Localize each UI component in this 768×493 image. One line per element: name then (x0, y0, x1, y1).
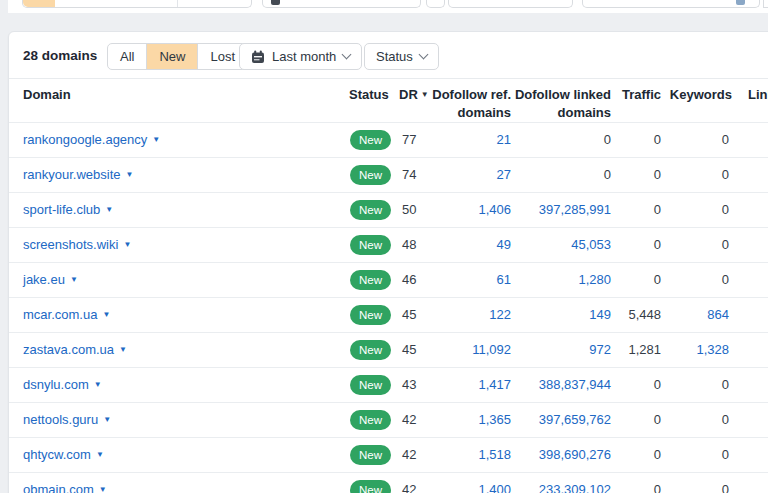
table-body: rankongoogle.agency▼ New 77 21 0 0 0 ran… (9, 122, 768, 493)
chevron-down-icon[interactable]: ▼ (126, 170, 134, 179)
cropped-toolbar-button[interactable] (262, 0, 421, 8)
status-badge: New (350, 445, 391, 465)
dofollow-linked-domains-value[interactable]: 397,659,762 (513, 403, 611, 437)
dr-value: 43 (402, 368, 416, 402)
dofollow-linked-domains-value[interactable]: 397,285,991 (513, 193, 611, 227)
chevron-down-icon[interactable]: ▼ (105, 205, 113, 214)
dofollow-ref-domains-link[interactable]: 49 (439, 228, 511, 262)
keywords-value[interactable]: 1,328 (673, 333, 729, 367)
table-row: jake.eu▼ New 46 61 1,280 0 0 (9, 262, 768, 297)
dofollow-ref-domains-link[interactable]: 122 (439, 298, 511, 332)
dofollow-linked-domains-value[interactable]: 1,280 (513, 263, 611, 297)
cropped-icon (271, 0, 280, 5)
column-header-dofollow-linked-domains[interactable]: Dofollow linked domains (514, 86, 611, 121)
dr-value: 42 (402, 438, 416, 472)
dofollow-linked-domains-value[interactable]: 972 (513, 333, 611, 367)
traffic-value: 0 (617, 158, 661, 192)
cropped-segmented-control[interactable] (22, 0, 252, 8)
chevron-down-icon[interactable]: ▼ (152, 135, 160, 144)
keywords-value: 0 (673, 263, 729, 297)
column-header-status[interactable]: Status (349, 86, 389, 104)
column-header-keywords[interactable]: Keywords (664, 86, 732, 104)
chevron-down-icon[interactable]: ▼ (94, 380, 102, 389)
chevron-down-icon (342, 50, 352, 60)
keywords-value: 0 (673, 158, 729, 192)
status-dropdown[interactable]: Status (364, 43, 439, 70)
domain-link[interactable]: qhtycw.com (23, 447, 91, 462)
chevron-down-icon[interactable]: ▼ (99, 485, 107, 493)
dr-value: 45 (402, 298, 416, 332)
dofollow-linked-domains-value[interactable]: 233,309,102 (513, 473, 611, 493)
filter-all-button[interactable]: All (108, 44, 147, 69)
keywords-value: 0 (673, 193, 729, 227)
chevron-down-icon[interactable]: ▼ (96, 450, 104, 459)
domain-link[interactable]: nettools.guru (23, 412, 98, 427)
chevron-down-icon[interactable]: ▼ (102, 310, 110, 319)
domain-link[interactable]: zastava.com.ua (23, 342, 114, 357)
dr-value: 42 (402, 473, 416, 493)
chevron-down-icon[interactable]: ▼ (103, 415, 111, 424)
dofollow-ref-domains-link[interactable]: 11,092 (439, 333, 511, 367)
segment-divider (177, 0, 178, 7)
cropped-toolbar (8, 0, 768, 13)
dofollow-ref-domains-link[interactable]: 1,365 (439, 403, 511, 437)
domain-link[interactable]: sport-life.club (23, 202, 100, 217)
column-header-link-cropped[interactable]: Link (748, 86, 768, 104)
dofollow-linked-domains-value[interactable]: 149 (513, 298, 611, 332)
dofollow-ref-domains-link[interactable]: 1,406 (439, 193, 511, 227)
dofollow-linked-domains-value[interactable]: 398,690,276 (513, 438, 611, 472)
column-header-domain[interactable]: Domain (23, 86, 71, 104)
date-range-dropdown[interactable]: Last month (239, 43, 362, 70)
domain-link[interactable]: jake.eu (23, 272, 65, 287)
traffic-value: 0 (617, 123, 661, 157)
status-badge: New (350, 200, 391, 220)
domains-count-label: 28 domains (23, 48, 97, 63)
date-range-label: Last month (272, 49, 336, 64)
cropped-toolbar-button[interactable] (426, 0, 445, 8)
dofollow-linked-domains-value: 0 (513, 158, 611, 192)
chevron-down-icon (418, 50, 428, 60)
domain-link[interactable]: rankongoogle.agency (23, 132, 147, 147)
table-header: Domain Status DR▼ Dofollow ref. domains … (9, 78, 768, 122)
dofollow-ref-domains-link[interactable]: 27 (439, 158, 511, 192)
status-badge: New (350, 340, 391, 360)
header-line: Dofollow ref. (425, 86, 511, 104)
table-row: obmain.com▼ New 42 1,400 233,309,102 0 0 (9, 472, 768, 493)
dofollow-ref-domains-link[interactable]: 21 (439, 123, 511, 157)
cropped-toolbar-button[interactable] (582, 0, 760, 8)
dofollow-ref-domains-link[interactable]: 61 (439, 263, 511, 297)
cropped-toolbar-button[interactable] (448, 0, 573, 8)
keywords-value[interactable]: 864 (673, 298, 729, 332)
chevron-down-icon[interactable]: ▼ (119, 345, 127, 354)
dofollow-ref-domains-link[interactable]: 1,417 (439, 368, 511, 402)
status-badge: New (350, 305, 391, 325)
keywords-value: 0 (673, 473, 729, 493)
cropped-toolbar-button[interactable] (763, 0, 768, 8)
dr-value: 45 (402, 333, 416, 367)
status-filter-segmented-control: All New Lost (107, 43, 248, 70)
status-badge: New (350, 410, 391, 430)
column-header-traffic[interactable]: Traffic (610, 86, 661, 104)
domain-link[interactable]: mcar.com.ua (23, 307, 97, 322)
table-row: rankongoogle.agency▼ New 77 21 0 0 0 (9, 122, 768, 157)
column-header-dofollow-ref-domains[interactable]: Dofollow ref. domains (425, 86, 511, 121)
chevron-down-icon[interactable]: ▼ (70, 275, 78, 284)
dofollow-ref-domains-link[interactable]: 1,400 (439, 473, 511, 493)
keywords-value: 0 (673, 403, 729, 437)
domain-link[interactable]: rankyour.website (23, 167, 121, 182)
traffic-value: 0 (617, 263, 661, 297)
cropped-icon (736, 0, 745, 5)
active-segment-fragment[interactable] (23, 0, 55, 7)
filter-new-button[interactable]: New (147, 44, 198, 69)
dofollow-linked-domains-value[interactable]: 45,053 (513, 228, 611, 262)
keywords-value: 0 (673, 228, 729, 262)
status-badge: New (350, 235, 391, 255)
domain-link[interactable]: dsnylu.com (23, 377, 89, 392)
dr-label: DR (399, 87, 418, 102)
domain-link[interactable]: screenshots.wiki (23, 237, 118, 252)
domain-link[interactable]: obmain.com (23, 482, 94, 493)
dofollow-linked-domains-value[interactable]: 388,837,944 (513, 368, 611, 402)
chevron-down-icon[interactable]: ▼ (123, 240, 131, 249)
header-line: domains (514, 104, 611, 122)
dofollow-ref-domains-link[interactable]: 1,518 (439, 438, 511, 472)
